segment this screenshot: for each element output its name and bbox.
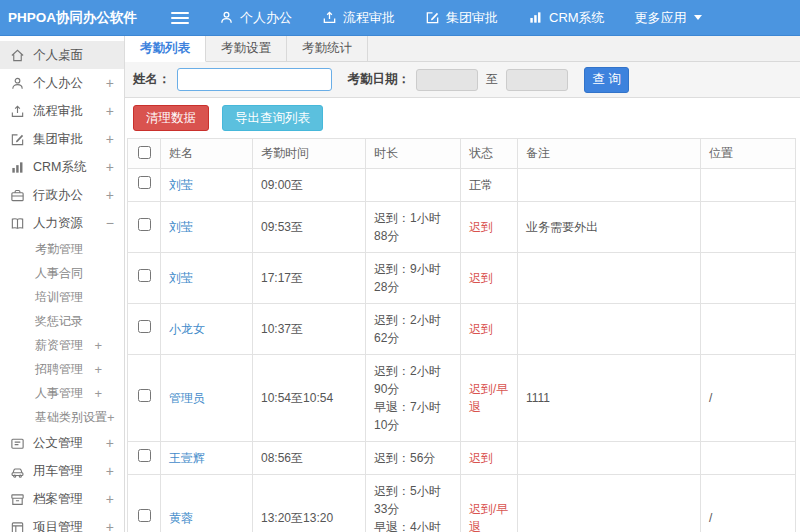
sidebar-subitem-8[interactable]: 基础类别设置+ bbox=[0, 405, 124, 429]
attendance-time-cell: 09:00至 bbox=[253, 169, 366, 202]
date-label: 考勤日期： bbox=[348, 71, 411, 88]
expand-toggle-icon[interactable]: + bbox=[106, 104, 114, 118]
row-checkbox[interactable] bbox=[138, 218, 151, 231]
note-cell bbox=[518, 304, 701, 355]
duration-line: 迟到：56分 bbox=[374, 449, 452, 467]
sidebar-item-2[interactable]: 个人办公+ bbox=[0, 69, 124, 97]
expand-toggle-icon[interactable]: + bbox=[94, 363, 102, 376]
date-start-input[interactable] bbox=[416, 69, 478, 91]
column-header: 时长 bbox=[366, 139, 461, 169]
expand-toggle-icon[interactable]: + bbox=[106, 436, 114, 450]
expand-toggle-icon[interactable]: − bbox=[106, 216, 114, 230]
sidebar-item-9[interactable]: 用车管理+ bbox=[0, 457, 124, 485]
row-checkbox[interactable] bbox=[138, 320, 151, 333]
row-checkbox[interactable] bbox=[138, 509, 151, 522]
table-row: 黄蓉13:20至13:20迟到：5小时33分早退：4小时67分迟到/早退/ bbox=[128, 475, 796, 532]
expand-toggle-icon[interactable]: + bbox=[106, 188, 114, 202]
top-nav-item-5[interactable]: 更多应用 bbox=[635, 9, 702, 27]
clear-data-button[interactable]: 清理数据 bbox=[133, 105, 209, 131]
employee-name-link[interactable]: 王壹辉 bbox=[169, 451, 205, 465]
sidebar-item-label: 公文管理 bbox=[33, 435, 83, 452]
row-checkbox[interactable] bbox=[138, 389, 151, 402]
status-badge: 迟到/早退 bbox=[469, 502, 508, 532]
expand-toggle-icon[interactable]: + bbox=[106, 492, 114, 506]
row-checkbox[interactable] bbox=[138, 269, 151, 282]
sidebar-subitem-7[interactable]: 人事管理+ bbox=[0, 381, 124, 405]
sidebar-item-6[interactable]: 行政办公+ bbox=[0, 181, 124, 209]
edit-icon bbox=[10, 132, 25, 147]
sidebar-item-11[interactable]: 项目管理+ bbox=[0, 513, 124, 532]
chart-icon bbox=[10, 160, 25, 175]
row-checkbox[interactable] bbox=[138, 176, 151, 189]
sidebar-item-4[interactable]: 集团审批+ bbox=[0, 125, 124, 153]
tab-1[interactable]: 考勤列表 bbox=[125, 36, 206, 62]
sidebar-subitem-6[interactable]: 招聘管理+ bbox=[0, 357, 124, 381]
duration-cell: 迟到：56分 bbox=[366, 442, 461, 475]
menu-toggle-icon[interactable] bbox=[171, 9, 189, 27]
employee-name-link[interactable]: 黄蓉 bbox=[169, 511, 193, 525]
expand-toggle-icon[interactable]: + bbox=[106, 520, 114, 532]
main-content: 考勤列表考勤设置考勤统计 姓名： 考勤日期： 至 查 询 清理数据 导出查询列表… bbox=[125, 36, 800, 532]
employee-name-link[interactable]: 管理员 bbox=[169, 391, 205, 405]
sidebar-item-7[interactable]: 人力资源− bbox=[0, 209, 124, 237]
attendance-time-cell: 09:53至 bbox=[253, 202, 366, 253]
sidebar-item-8[interactable]: 公文管理+ bbox=[0, 429, 124, 457]
sidebar-subitem-label: 人事合同 bbox=[35, 265, 83, 282]
column-header: 备注 bbox=[518, 139, 701, 169]
search-button[interactable]: 查 询 bbox=[584, 67, 629, 93]
attendance-table: 姓名考勤时间时长状态备注位置 刘莹09:00至正常刘莹09:53至迟到：1小时8… bbox=[127, 138, 796, 532]
top-nav-item-2[interactable]: 流程审批 bbox=[322, 9, 395, 27]
sidebar-item-1[interactable]: 个人桌面 bbox=[0, 41, 124, 69]
name-input[interactable] bbox=[177, 68, 332, 91]
row-checkbox[interactable] bbox=[138, 449, 151, 462]
sidebar-subitem-2[interactable]: 人事合同 bbox=[0, 261, 124, 285]
sidebar-subitem-1[interactable]: 考勤管理 bbox=[0, 237, 124, 261]
duration-cell: 迟到：2小时90分早退：7小时10分 bbox=[366, 355, 461, 442]
employee-name-link[interactable]: 刘莹 bbox=[169, 178, 193, 192]
location-cell: / bbox=[701, 355, 796, 442]
employee-name-link[interactable]: 刘莹 bbox=[169, 220, 193, 234]
select-all-checkbox[interactable] bbox=[138, 146, 151, 159]
expand-toggle-icon[interactable]: + bbox=[106, 76, 114, 90]
sidebar-item-5[interactable]: CRM系统+ bbox=[0, 153, 124, 181]
top-nav-item-3[interactable]: 集团审批 bbox=[425, 9, 498, 27]
employee-name-link[interactable]: 小龙女 bbox=[169, 322, 205, 336]
sidebar-subitem-3[interactable]: 培训管理 bbox=[0, 285, 124, 309]
expand-toggle-icon[interactable]: + bbox=[94, 339, 102, 352]
sidebar-subitem-label: 人事管理 bbox=[35, 385, 83, 402]
date-end-input[interactable] bbox=[506, 69, 568, 91]
location-cell bbox=[701, 304, 796, 355]
tab-2[interactable]: 考勤设置 bbox=[206, 36, 287, 61]
sidebar-subitem-4[interactable]: 奖惩记录 bbox=[0, 309, 124, 333]
export-list-button[interactable]: 导出查询列表 bbox=[222, 105, 323, 131]
expand-toggle-icon[interactable]: + bbox=[106, 464, 114, 478]
sidebar-subitem-label: 考勤管理 bbox=[35, 241, 83, 258]
status-badge: 迟到/早退 bbox=[469, 382, 508, 414]
note-cell bbox=[518, 253, 701, 304]
sidebar-item-10[interactable]: 档案管理+ bbox=[0, 485, 124, 513]
sidebar-item-label: 用车管理 bbox=[33, 463, 83, 480]
tab-bar: 考勤列表考勤设置考勤统计 bbox=[125, 36, 800, 62]
sidebar-subitem-5[interactable]: 薪资管理+ bbox=[0, 333, 124, 357]
expand-toggle-icon[interactable]: + bbox=[107, 411, 115, 424]
edit-icon bbox=[425, 10, 440, 25]
expand-toggle-icon[interactable]: + bbox=[106, 160, 114, 174]
employee-name-link[interactable]: 刘莹 bbox=[169, 271, 193, 285]
duration-line: 迟到：1小时88分 bbox=[374, 209, 452, 245]
top-nav-label: CRM系统 bbox=[549, 9, 605, 27]
location-cell bbox=[701, 202, 796, 253]
sidebar-item-label: CRM系统 bbox=[33, 159, 86, 176]
duration-line: 迟到：2小时62分 bbox=[374, 311, 452, 347]
sidebar-item-label: 行政办公 bbox=[33, 187, 83, 204]
tab-3[interactable]: 考勤统计 bbox=[287, 36, 368, 61]
app-logo: PHPOA协同办公软件 bbox=[0, 9, 125, 27]
sidebar-item-3[interactable]: 流程审批+ bbox=[0, 97, 124, 125]
top-nav-item-4[interactable]: CRM系统 bbox=[528, 9, 605, 27]
duration-line: 早退：7小时10分 bbox=[374, 398, 452, 434]
expand-toggle-icon[interactable]: + bbox=[94, 387, 102, 400]
expand-toggle-icon[interactable]: + bbox=[106, 132, 114, 146]
action-bar: 清理数据 导出查询列表 bbox=[125, 98, 800, 138]
top-nav-item-1[interactable]: 个人办公 bbox=[219, 9, 292, 27]
table-row: 王壹辉08:56至迟到：56分迟到 bbox=[128, 442, 796, 475]
duration-cell: 迟到：1小时88分 bbox=[366, 202, 461, 253]
